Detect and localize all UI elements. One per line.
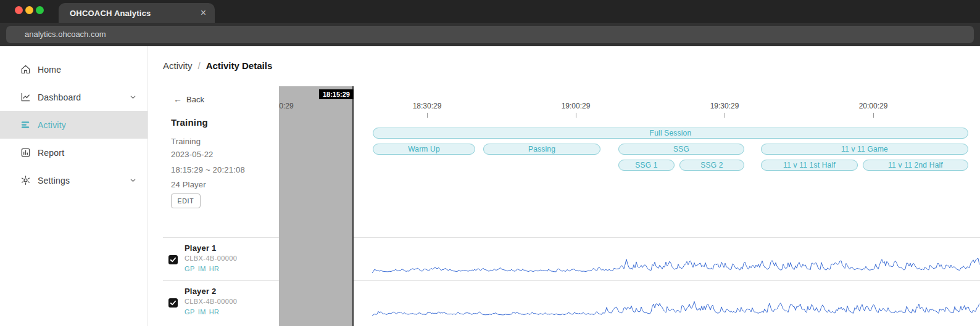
session-start-badge: 18:15:29 <box>319 89 354 99</box>
session-bar-11-v-11-2nd-half[interactable]: 11 v 11 2nd Half <box>863 160 968 171</box>
sidebar-item-label: Report <box>38 148 64 158</box>
player-name: Player 1 <box>185 243 216 253</box>
hr-waveform-chart <box>354 281 980 324</box>
metric-link-im[interactable]: IM <box>198 265 206 272</box>
hr-waveform-chart <box>354 238 980 281</box>
metric-link-hr[interactable]: HR <box>209 308 220 316</box>
session-bar-ssg[interactable]: SSG <box>618 144 744 155</box>
metric-link-hr[interactable]: HR <box>209 265 220 272</box>
sidebar-item-dashboard[interactable]: Dashboard <box>0 83 147 111</box>
sidebar-item-label: Settings <box>38 176 70 185</box>
session-bar-ssg-1[interactable]: SSG 1 <box>618 160 675 171</box>
sidebar-item-report[interactable]: Report <box>0 139 147 166</box>
metric-link-im[interactable]: IM <box>198 308 206 316</box>
activity-time-range: 18:15:29 ~ 20:21:08 <box>171 165 245 174</box>
session-bar-passing[interactable]: Passing <box>483 144 600 155</box>
settings-icon <box>20 175 31 186</box>
tab-close-icon[interactable]: × <box>201 8 206 18</box>
session-bar-ssg-2[interactable]: SSG 2 <box>679 160 744 171</box>
activity-player-count: 24 Player <box>171 180 206 189</box>
activity-date: 2023-05-22 <box>171 150 214 159</box>
metric-link-gp[interactable]: GP <box>185 308 195 316</box>
sidebar-item-label: Activity <box>38 120 66 130</box>
player-info: Player 1CLBX-4B-00000GPIMHR <box>163 238 279 280</box>
player-info: Player 2CLBX-4B-00000GPIMHR <box>163 281 279 326</box>
activity-detail-panel: ← Back Training Training 2023-05-22 18:1… <box>163 86 279 237</box>
player-device-id: CLBX-4B-00000 <box>185 298 237 305</box>
page-title: Activity Details <box>206 60 273 71</box>
sidebar-item-label: Dashboard <box>38 92 81 102</box>
player-name: Player 2 <box>185 287 216 296</box>
session-bar-11-v-11-game[interactable]: 11 v 11 Game <box>761 144 968 155</box>
player-metric-links: GPIMHR <box>185 308 219 316</box>
app-window: OHCOACH Analytics × analytics.ohcoach.co… <box>0 0 980 326</box>
sidebar-item-label: Home <box>38 65 61 75</box>
sidebar: HomeDashboardActivityReportSettings <box>0 46 148 326</box>
session-bar-warm-up[interactable]: Warm Up <box>373 144 475 155</box>
time-axis-label: 19:00:29 <box>562 102 591 110</box>
zoom-window-button[interactable] <box>36 6 44 14</box>
browser-tab[interactable]: OHCOACH Analytics × <box>59 3 215 23</box>
player-checkbox[interactable] <box>168 298 178 308</box>
browser-tab-strip: OHCOACH Analytics × <box>0 0 980 23</box>
close-window-button[interactable] <box>15 6 23 14</box>
metric-link-gp[interactable]: GP <box>185 265 195 272</box>
pre-session-overlay <box>279 86 354 326</box>
breadcrumb: Activity / Activity Details <box>163 60 272 71</box>
player-metric-links: GPIMHR <box>185 265 219 272</box>
breadcrumb-parent[interactable]: Activity <box>163 60 193 71</box>
time-axis-tick <box>427 113 428 118</box>
minimize-window-button[interactable] <box>25 6 33 14</box>
session-bar-full-session[interactable]: Full Session <box>373 128 968 139</box>
browser-url-bar: analytics.ohcoach.com <box>0 23 980 46</box>
time-axis-tick <box>725 113 725 118</box>
tab-title: OHCOACH Analytics <box>70 9 201 18</box>
back-arrow-icon: ← <box>173 94 182 104</box>
time-axis-label: 20:00:29 <box>859 102 888 110</box>
time-axis-label: 18:30:29 <box>413 102 442 110</box>
time-axis-label: 0:29 <box>279 102 293 110</box>
chevron-down-icon <box>130 177 136 184</box>
chevron-down-icon <box>130 94 136 100</box>
edit-button[interactable]: EDIT <box>171 194 201 208</box>
dashboard-icon <box>20 92 31 103</box>
time-axis-label: 19:30:29 <box>710 102 739 110</box>
report-icon <box>20 147 31 158</box>
player-device-id: CLBX-4B-00000 <box>185 255 237 262</box>
url-input[interactable]: analytics.ohcoach.com <box>6 26 974 43</box>
player-checkbox[interactable] <box>168 255 178 264</box>
time-axis-tick <box>576 113 576 118</box>
sidebar-item-activity[interactable]: Activity <box>0 111 147 139</box>
time-axis-tick <box>873 113 874 118</box>
activity-type: Training <box>171 137 201 146</box>
traffic-lights <box>15 6 44 14</box>
activity-title: Training <box>171 117 208 128</box>
sidebar-item-home[interactable]: Home <box>0 55 147 83</box>
home-icon <box>20 64 31 75</box>
back-button[interactable]: ← Back <box>173 94 204 104</box>
activity-icon <box>20 120 31 131</box>
back-label: Back <box>186 95 204 104</box>
breadcrumb-separator: / <box>198 60 201 71</box>
sidebar-item-settings[interactable]: Settings <box>0 166 147 194</box>
session-bar-11-v-11-1st-half[interactable]: 11 v 11 1st Half <box>761 160 858 171</box>
